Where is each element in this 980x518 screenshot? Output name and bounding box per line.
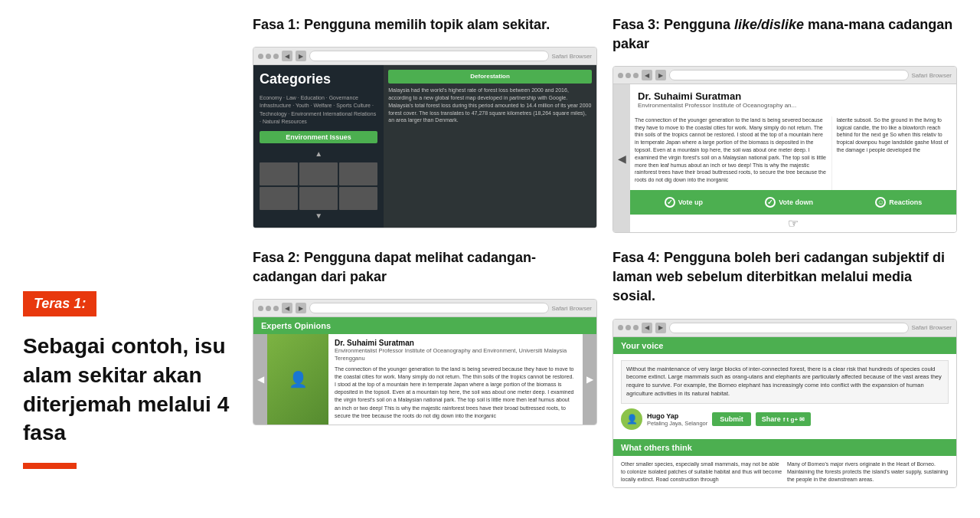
p3-expert-name: Dr. Suhaimi Suratman xyxy=(638,90,949,102)
expert-photo-inner: 👤 xyxy=(267,334,328,424)
dot1 xyxy=(258,54,263,59)
dot1 xyxy=(258,306,263,311)
submitter-name: Hugo Yap xyxy=(647,412,707,420)
vote-down-label: Vote down xyxy=(779,198,813,206)
left-heading: Sebagai contoh, isu alam sekitar akan di… xyxy=(23,332,237,448)
experts-screen: Experts Opinions ◀ 👤 Dr. Suhaimi Suratma… xyxy=(253,317,596,424)
categories-list: Economy · Law · Education · Governance I… xyxy=(260,94,377,126)
others-col-1: Other smaller species, especially small … xyxy=(621,461,782,483)
phase3-block: Fasa 3: Pengguna like/dislike mana-mana … xyxy=(612,15,957,233)
fwd-btn[interactable]: ▶ xyxy=(655,323,666,333)
phase3-screen: ◀ Dr. Suhaimi Suratman Environmentalist … xyxy=(613,84,956,232)
expert-text-block: Dr. Suhaimi Suratman Environmentalist Pr… xyxy=(328,334,583,424)
browser-label-1: Safari Browser xyxy=(552,53,592,60)
phase4-browser: ◀ ▶ Safari Browser Your voice Without th… xyxy=(612,319,957,489)
phase1-browser: ◀ ▶ Safari Browser Categories Economy · … xyxy=(253,47,597,228)
dot3 xyxy=(633,73,639,78)
your-voice-content: Without the maintenance of very large bl… xyxy=(613,354,956,437)
chevron-up: ▲ xyxy=(260,148,377,159)
p3-header: Dr. Suhaimi Suratman Environmentalist Pr… xyxy=(630,84,956,116)
dot1 xyxy=(618,73,623,78)
phase1-title: Fasa 1: Pengguna memilih topik alam seki… xyxy=(253,15,597,34)
share-btn[interactable]: Share f t g+ ✉ xyxy=(756,412,812,426)
reactions-label: Reactions xyxy=(889,198,922,206)
left-column: Teras 1: Sebagai contoh, isu alam sekita… xyxy=(23,15,237,488)
browser-dots-4 xyxy=(618,325,639,330)
p3-body-right: laterite subsoil. So the ground in the l… xyxy=(831,116,956,190)
phase3-browser: ◀ ▶ Safari Browser ◀ Dr. Suhaimi Suratma… xyxy=(612,66,957,233)
url-bar[interactable] xyxy=(309,51,549,61)
browser-dots-3 xyxy=(618,73,639,78)
img5 xyxy=(299,187,338,210)
dot3 xyxy=(273,54,279,59)
img4 xyxy=(260,187,298,210)
phase4-block: Fasa 4: Pengguna boleh beri cadangan sub… xyxy=(612,248,957,488)
experts-nav-left[interactable]: ◀ xyxy=(253,334,267,424)
share-label: Share xyxy=(762,415,781,423)
phase2-browser: ◀ ▶ Safari Browser Experts Opinions ◀ 👤 xyxy=(253,299,597,425)
fwd-btn[interactable]: ▶ xyxy=(296,303,306,313)
submitter-row: 👤 Hugo Yap Petaling Jaya, Selangor Submi… xyxy=(621,408,949,430)
expert-name: Dr. Suhaimi Suratman xyxy=(335,339,577,347)
browser-toolbar-4: ◀ ▶ Safari Browser xyxy=(613,320,956,337)
back-btn[interactable]: ◀ xyxy=(642,70,652,80)
phase3-title: Fasa 3: Pengguna like/dislike mana-mana … xyxy=(612,15,957,54)
avatar: 👤 xyxy=(621,408,642,430)
back-btn[interactable]: ◀ xyxy=(282,51,292,61)
p3-expert-role: Environmentalist Professor Institute of … xyxy=(638,102,949,110)
p3-content-row: The connection of the younger generation… xyxy=(630,116,956,190)
experts-nav-right[interactable]: ▶ xyxy=(583,334,596,424)
reactions-btn[interactable]: ☺ Reactions xyxy=(869,195,928,210)
browser-toolbar-3: ◀ ▶ Safari Browser xyxy=(613,67,956,84)
img3 xyxy=(339,162,377,185)
reactions-icon: ☺ xyxy=(875,197,886,208)
vote-up-icon: ✓ xyxy=(665,197,675,208)
cat-images xyxy=(260,162,377,210)
url-bar[interactable] xyxy=(309,303,549,313)
phase3-main: Dr. Suhaimi Suratman Environmentalist Pr… xyxy=(630,84,956,232)
others-content: Other smaller species, especially small … xyxy=(613,456,956,487)
categories-screen: Categories Economy · Law · Education · G… xyxy=(253,65,596,228)
dot2 xyxy=(626,73,631,78)
categories-heading: Categories xyxy=(260,71,377,88)
browser-label-3: Safari Browser xyxy=(912,72,952,79)
phase4-title: Fasa 4: Pengguna boleh beri cadangan sub… xyxy=(612,248,957,307)
fwd-btn[interactable]: ▶ xyxy=(296,51,306,61)
dot2 xyxy=(626,325,631,330)
vote-down-icon: ✓ xyxy=(765,197,776,208)
img1 xyxy=(260,162,298,185)
browser-dots-1 xyxy=(258,54,279,59)
vote-down-btn[interactable]: ✓ Vote down xyxy=(759,195,819,210)
img6 xyxy=(339,187,377,210)
what-others-bar: What others think xyxy=(613,439,956,456)
experts-header: Experts Opinions xyxy=(253,317,596,334)
p3-body-left: The connection of the younger generation… xyxy=(630,116,831,190)
deforestation-label: Deforestation xyxy=(388,70,592,84)
browser-label-4: Safari Browser xyxy=(912,324,952,331)
browser-toolbar-2: ◀ ▶ Safari Browser xyxy=(253,300,596,317)
cursor-indicator: ☞ xyxy=(630,215,956,232)
experts-content-row: ◀ 👤 Dr. Suhaimi Suratman Environmentalis… xyxy=(253,334,596,424)
share-social-icons: f t g+ ✉ xyxy=(783,416,805,423)
back-btn[interactable]: ◀ xyxy=(282,303,292,313)
prev-arrow[interactable]: ◀ xyxy=(613,84,630,232)
submit-btn[interactable]: Submit xyxy=(712,412,751,426)
phase2-title: Fasa 2: Pengguna dapat melihat cadangan-… xyxy=(253,248,597,287)
env-btn[interactable]: Environment Issues xyxy=(260,131,377,143)
expert-photo: 👤 xyxy=(267,334,328,424)
fwd-btn[interactable]: ▶ xyxy=(655,70,666,80)
dot3 xyxy=(273,306,279,311)
url-bar[interactable] xyxy=(669,323,909,333)
submitter-info: Hugo Yap Petaling Jaya, Selangor xyxy=(647,412,707,427)
your-voice-bar: Your voice xyxy=(613,337,956,354)
url-bar[interactable] xyxy=(669,70,909,80)
phase2-block: Fasa 2: Pengguna dapat melihat cadangan-… xyxy=(253,248,597,488)
submitter-role: Petaling Jaya, Selangor xyxy=(647,420,707,427)
p3-action-bar: ✓ Vote up ✓ Vote down ☺ Reactions xyxy=(630,190,956,215)
vote-up-btn[interactable]: ✓ Vote up xyxy=(658,195,709,210)
cat-right-panel: Deforestation Malaysia had the world's h… xyxy=(384,65,596,228)
expert-body: The connection of the younger generation… xyxy=(335,366,577,420)
back-btn[interactable]: ◀ xyxy=(642,323,652,333)
teras-badge: Teras 1: xyxy=(23,291,96,316)
browser-toolbar-1: ◀ ▶ Safari Browser xyxy=(253,48,596,65)
